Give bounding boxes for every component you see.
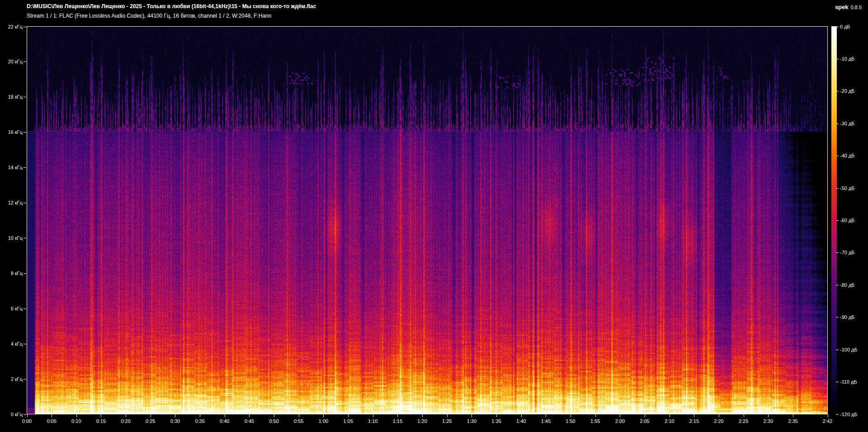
db-tick-label: -20 дБ bbox=[840, 88, 855, 94]
freq-tick-label: 0 кГц bbox=[0, 412, 23, 417]
time-tick-label: 1:45 bbox=[534, 418, 557, 424]
time-tick bbox=[52, 414, 52, 417]
time-tick bbox=[472, 414, 472, 417]
time-tick bbox=[571, 414, 571, 417]
time-tick bbox=[620, 414, 620, 417]
freq-tick bbox=[24, 414, 26, 415]
freq-tick-label: 12 кГц bbox=[0, 200, 23, 205]
freq-tick-label: 2 кГц bbox=[0, 376, 23, 382]
db-tick-label: -80 дБ bbox=[840, 282, 855, 288]
db-tick-label: 0 дБ bbox=[840, 24, 850, 29]
time-tick-label: 1:10 bbox=[362, 418, 384, 424]
time-tick bbox=[249, 414, 250, 417]
db-tick-label: -30 дБ bbox=[840, 121, 855, 126]
time-tick bbox=[27, 414, 28, 417]
time-tick bbox=[76, 414, 77, 417]
db-tick bbox=[836, 91, 839, 91]
db-tick-label: -60 дБ bbox=[840, 218, 855, 223]
app-name-version: spek0.8.5 bbox=[835, 4, 862, 10]
time-tick bbox=[151, 414, 151, 417]
db-tick-label: -90 дБ bbox=[840, 314, 855, 320]
time-tick-label: 1:20 bbox=[411, 418, 434, 424]
db-tick-label: -70 дБ bbox=[840, 250, 855, 255]
time-tick-label: 2:25 bbox=[732, 418, 755, 424]
db-tick bbox=[836, 285, 839, 285]
db-tick bbox=[836, 220, 839, 221]
freq-tick-label: 16 кГц bbox=[0, 129, 23, 135]
db-tick bbox=[836, 156, 839, 156]
time-tick-label: 0:35 bbox=[189, 418, 211, 424]
db-tick bbox=[836, 188, 839, 189]
freq-tick bbox=[24, 132, 26, 133]
time-tick-label: 2:30 bbox=[757, 418, 779, 424]
time-tick-label: 0:50 bbox=[263, 418, 285, 424]
freq-tick-label: 10 кГц bbox=[0, 235, 23, 241]
db-tick-label: -10 дБ bbox=[840, 56, 855, 62]
time-tick bbox=[447, 414, 448, 417]
time-tick-label: 0:40 bbox=[213, 418, 236, 424]
freq-tick bbox=[24, 238, 26, 238]
time-tick bbox=[299, 414, 299, 417]
time-tick-label: 1:30 bbox=[460, 418, 483, 424]
freq-tick-label: 20 кГц bbox=[0, 59, 23, 64]
time-tick bbox=[101, 414, 101, 417]
time-tick bbox=[422, 414, 423, 417]
time-tick-label: 2:20 bbox=[708, 418, 730, 424]
time-tick bbox=[175, 414, 175, 417]
time-tick-label: 0:10 bbox=[65, 418, 88, 424]
app-version-label: 0.8.5 bbox=[851, 5, 862, 10]
spek-window: { "header": { "title": "D:\\MUSIC\\Лев Л… bbox=[0, 0, 868, 432]
time-tick-label: 2:15 bbox=[683, 418, 705, 424]
db-tick-label: -50 дБ bbox=[840, 185, 855, 191]
time-tick-label: 1:40 bbox=[510, 418, 533, 424]
time-tick-label: 0:20 bbox=[114, 418, 137, 424]
db-tick bbox=[836, 350, 839, 350]
app-name-label: spek bbox=[835, 4, 849, 10]
time-tick-label: 1:50 bbox=[559, 418, 582, 424]
time-tick-label: 0:30 bbox=[164, 418, 186, 424]
time-tick bbox=[694, 414, 694, 417]
time-tick bbox=[670, 414, 670, 417]
file-path-title: D:\MUSIC\Лев Лещенко\Лев Лещенко - 2025 … bbox=[27, 3, 316, 9]
time-tick-label: 2:10 bbox=[658, 418, 681, 424]
freq-tick bbox=[24, 27, 26, 27]
db-tick-label: -120 дБ bbox=[840, 412, 858, 417]
time-tick bbox=[200, 414, 200, 417]
time-tick-label: 1:05 bbox=[337, 418, 359, 424]
time-tick-label: 0:45 bbox=[238, 418, 260, 424]
time-tick bbox=[323, 414, 324, 417]
db-tick-label: -110 дБ bbox=[840, 379, 857, 385]
time-tick bbox=[828, 414, 828, 417]
time-tick bbox=[225, 414, 225, 417]
time-tick-label: 1:35 bbox=[485, 418, 508, 424]
time-tick bbox=[373, 414, 373, 417]
time-tick bbox=[744, 414, 744, 417]
db-tick bbox=[836, 414, 839, 415]
freq-tick-label: 8 кГц bbox=[0, 271, 23, 276]
time-tick-label: 2:42 bbox=[816, 418, 839, 424]
time-tick bbox=[348, 414, 349, 417]
freq-tick-label: 14 кГц bbox=[0, 165, 23, 170]
freq-tick bbox=[24, 167, 26, 168]
freq-tick bbox=[24, 97, 26, 97]
db-tick bbox=[836, 317, 839, 318]
time-tick bbox=[126, 414, 126, 417]
time-tick bbox=[793, 414, 793, 417]
time-tick-label: 0:25 bbox=[139, 418, 162, 424]
freq-tick bbox=[24, 62, 26, 62]
time-tick bbox=[397, 414, 398, 417]
time-tick bbox=[719, 414, 719, 417]
time-tick-label: 1:00 bbox=[312, 418, 335, 424]
time-tick-label: 1:25 bbox=[436, 418, 458, 424]
db-tick bbox=[836, 59, 839, 59]
freq-tick-label: 22 кГц bbox=[0, 24, 23, 29]
time-tick-label: 2:05 bbox=[633, 418, 656, 424]
db-tick bbox=[836, 382, 839, 382]
db-tick-label: -40 дБ bbox=[840, 153, 855, 158]
time-tick bbox=[645, 414, 645, 417]
time-tick bbox=[274, 414, 274, 417]
spectrogram-canvas bbox=[27, 27, 827, 414]
time-tick bbox=[546, 414, 546, 417]
freq-tick bbox=[24, 344, 26, 344]
time-tick-label: 0:05 bbox=[40, 418, 63, 424]
